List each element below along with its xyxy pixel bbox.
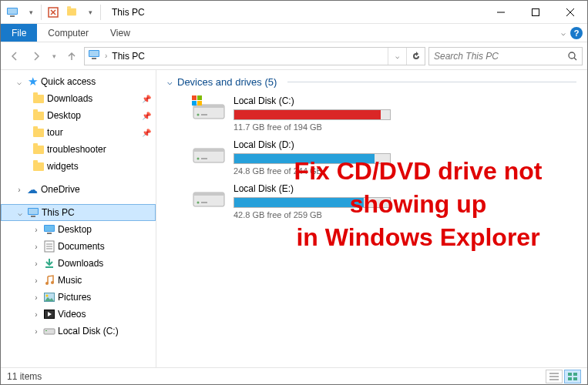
sidebar-item[interactable]: Downloads📌 [1,90,156,107]
drive-icon [190,94,227,125]
tiles-view-button[interactable] [564,370,581,383]
sidebar-item-label: Music [58,275,82,286]
chevron-down-icon[interactable]: ⌵ [15,209,25,217]
address-dropdown-icon[interactable]: ⌵ [388,48,406,65]
quick-access-toolbar: ▾ ▾ [1,4,106,21]
search-box[interactable] [428,47,583,65]
item-icon [42,326,56,336]
svg-rect-31 [192,95,197,100]
status-bar: 11 items [1,367,587,384]
drive-capacity-bar [234,153,391,164]
sidebar-item[interactable]: ›Pictures [1,289,156,306]
breadcrumb-chevron-icon[interactable]: › [103,52,109,60]
svg-rect-33 [192,101,197,105]
up-button[interactable] [62,47,81,65]
svg-rect-51 [573,373,577,376]
tab-file[interactable]: File [1,24,37,42]
chevron-right-icon[interactable]: › [32,293,41,302]
svg-rect-29 [44,329,55,334]
sidebar-item[interactable]: ›Desktop [1,221,156,238]
sidebar-onedrive[interactable]: › ☁ OneDrive [1,181,156,198]
address-bar[interactable]: › This PC ⌵ [84,47,425,65]
ribbon-expand-icon[interactable]: ⌵ [561,28,566,37]
sidebar-item[interactable]: ›Downloads [1,255,156,272]
svg-rect-53 [573,377,577,380]
navigation-bar: ▾ › This PC ⌵ [1,42,587,70]
star-icon: ★ [25,75,39,89]
sidebar-item[interactable]: ›Documents [1,238,156,255]
sidebar-item[interactable]: ›Videos [1,306,156,323]
details-view-button[interactable] [546,370,563,383]
window-controls [483,1,587,24]
svg-rect-44 [193,192,224,196]
app-icon[interactable] [4,4,21,21]
search-input[interactable] [429,51,563,62]
search-icon[interactable] [563,51,582,62]
body: ⌵ ★ Quick access Downloads📌Desktop📌tour📌… [1,70,587,367]
navigation-pane[interactable]: ⌵ ★ Quick access Downloads📌Desktop📌tour📌… [1,70,156,367]
qat-separator [41,5,43,20]
sidebar-item[interactable]: widgets [1,158,156,175]
sidebar-label: Quick access [41,76,96,87]
sidebar-item[interactable]: ›Local Disk (C:) [1,323,156,340]
refresh-button[interactable] [406,48,425,65]
group-header[interactable]: ⌵ Devices and drives (5) [167,76,576,88]
folder-icon [32,95,45,103]
ribbon-tabs: File Computer View ⌵ ? [1,24,587,42]
sidebar-item[interactable]: tour📌 [1,124,156,141]
titlebar: ▾ ▾ This PC [1,1,587,24]
item-icon [42,310,56,319]
svg-rect-9 [89,51,99,56]
svg-rect-5 [532,8,539,15]
sidebar-item-label: Downloads [58,258,103,269]
forward-button[interactable] [27,47,45,65]
sidebar-item[interactable]: ›Music [1,272,156,289]
drive-free-text: 11.7 GB free of 194 GB [234,122,391,132]
qat-dropdown-icon[interactable]: ▾ [22,4,39,21]
sidebar-item-label: Desktop [47,110,81,121]
chevron-right-icon[interactable]: › [32,276,41,285]
drive-tile[interactable]: Local Disk (D:)24.8 GB free of 244 GB [190,138,391,176]
minimize-button[interactable] [483,1,518,24]
chevron-right-icon[interactable]: › [15,186,24,194]
item-icon [42,293,56,302]
qat-customize-icon[interactable]: ▾ [82,4,99,21]
drive-tile[interactable]: Local Disk (C:)11.7 GB free of 194 GB [190,94,391,132]
drive-name: Local Disk (E:) [234,183,391,194]
help-icon[interactable]: ? [570,27,583,39]
sidebar-item[interactable]: troubleshooter [1,141,156,158]
sidebar-this-pc[interactable]: ⌵ This PC [1,204,156,221]
new-folder-icon[interactable] [63,4,80,21]
drive-free-text: 24.8 GB free of 244 GB [234,166,391,176]
svg-rect-30 [45,330,47,331]
drive-name: Local Disk (D:) [234,139,391,150]
chevron-down-icon[interactable]: ⌵ [15,78,24,86]
sidebar-item[interactable]: Desktop📌 [1,107,156,124]
chevron-right-icon[interactable]: › [32,327,41,336]
recent-locations-icon[interactable]: ▾ [49,47,59,65]
sidebar-quick-access[interactable]: ⌵ ★ Quick access [1,73,156,90]
maximize-button[interactable] [518,1,553,24]
svg-rect-2 [10,15,15,17]
chevron-right-icon[interactable]: › [32,226,41,234]
svg-rect-42 [201,158,207,159]
properties-icon[interactable] [45,4,62,21]
svg-point-11 [569,52,575,59]
address-path[interactable]: This PC [109,51,148,62]
chevron-down-icon[interactable]: ⌵ [167,77,173,87]
content-pane[interactable]: ⌵ Devices and drives (5) Local Disk (C:)… [156,70,587,367]
folder-icon [32,129,45,137]
chevron-right-icon[interactable]: › [32,259,41,268]
svg-point-45 [197,202,200,204]
chevron-right-icon[interactable]: › [32,243,41,251]
back-button[interactable] [5,47,24,65]
tab-computer[interactable]: Computer [37,24,99,42]
close-button[interactable] [553,1,587,24]
svg-rect-14 [29,209,38,214]
drive-tile[interactable]: Local Disk (E:)42.8 GB free of 259 GB [190,182,391,219]
sidebar-item-label: troubleshooter [47,144,106,155]
tab-view[interactable]: View [99,24,141,42]
address-icon [85,49,103,62]
chevron-right-icon[interactable]: › [32,310,41,319]
item-icon [42,258,56,269]
